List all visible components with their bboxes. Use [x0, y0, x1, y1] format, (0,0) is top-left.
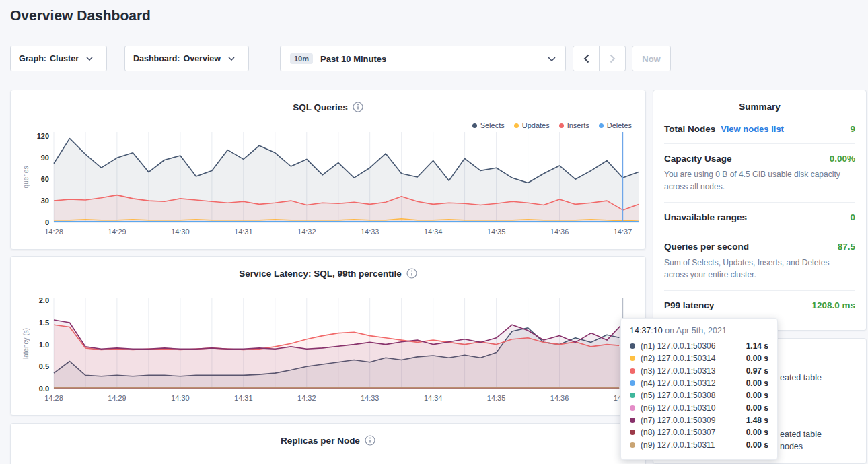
total-nodes-value: 9 — [850, 124, 855, 134]
svg-text:14:33: 14:33 — [361, 228, 379, 236]
tooltip-timestamp: 14:37:10 on Apr 5th, 2021 — [630, 326, 768, 335]
p99-latency-value: 1208.0 ms — [811, 300, 855, 310]
tooltip-row: (n9) 127.0.0.1:503110.00 s — [630, 438, 768, 451]
node-address: (n7) 127.0.0.1:50309 — [641, 416, 715, 425]
latency-value: 0.00 s — [746, 440, 768, 450]
svg-text:90: 90 — [41, 154, 49, 162]
svg-text:14:36: 14:36 — [550, 394, 569, 402]
time-range-badge: 10m — [290, 53, 313, 64]
view-nodes-list-link[interactable]: View nodes list — [721, 124, 784, 134]
chart-title: SQL Queries — [293, 102, 348, 112]
latency-value: 1.48 s — [746, 416, 768, 425]
dashboard-dropdown-label: Dashboard: — [133, 54, 180, 63]
summary-row-unavailable-ranges: Unavailable ranges 0 — [664, 202, 855, 232]
series-dot — [630, 368, 635, 374]
tooltip-date: on Apr 5th, 2021 — [663, 326, 727, 335]
svg-text:14:28: 14:28 — [44, 394, 63, 402]
event-text-fragment[interactable]: nodes — [780, 442, 803, 451]
chevron-left-icon — [583, 54, 589, 63]
tooltip-row: (n5) 127.0.0.1:503080.00 s — [630, 389, 768, 401]
tooltip-row: (n2) 127.0.0.1:503140.00 s — [630, 352, 768, 364]
summary-row-total-nodes: Total Nodes View nodes list 9 — [664, 114, 855, 143]
tooltip-row: (n7) 127.0.0.1:503091.48 s — [630, 414, 768, 426]
node-address: (n8) 127.0.0.1:50307 — [641, 428, 715, 437]
svg-text:14:34: 14:34 — [424, 394, 443, 402]
legend-dot — [472, 123, 477, 128]
svg-text:1.0: 1.0 — [39, 341, 49, 349]
svg-text:14:31: 14:31 — [234, 394, 253, 402]
series-dot — [630, 356, 635, 361]
unavailable-ranges-value: 0 — [850, 212, 855, 222]
svg-text:14:34: 14:34 — [424, 228, 443, 236]
qps-note: Sum of Selects, Updates, Inserts, and De… — [664, 257, 855, 281]
sql-queries-chart[interactable]: 030609012014:2814:2914:3014:3114:3214:33… — [22, 128, 644, 238]
chevron-down-icon — [548, 57, 556, 61]
capacity-note: You are using 0 B of 4.5 GiB usable disk… — [664, 168, 855, 193]
tooltip-row: (n8) 127.0.0.1:503070.00 s — [630, 426, 768, 438]
dashboard-dropdown[interactable]: Dashboard: Overview — [124, 46, 249, 71]
total-nodes-label: Total Nodes — [664, 124, 715, 134]
svg-text:60: 60 — [41, 175, 49, 183]
svg-text:queries: queries — [22, 166, 30, 189]
tooltip-row: (n4) 127.0.0.1:503120.00 s — [630, 377, 768, 389]
latency-value: 0.97 s — [746, 366, 768, 376]
svg-text:1.5: 1.5 — [39, 319, 49, 327]
svg-text:latency (s): latency (s) — [22, 328, 30, 359]
summary-panel: Summary Total Nodes View nodes list 9 Ca… — [653, 90, 867, 331]
event-text-fragment[interactable]: eated table — [780, 373, 822, 383]
capacity-value: 0.00% — [830, 154, 855, 164]
node-address: (n5) 127.0.0.1:50308 — [641, 391, 715, 400]
graph-dropdown-label: Graph: — [19, 54, 46, 63]
now-button[interactable]: Now — [632, 46, 671, 71]
series-dot — [630, 430, 635, 435]
latency-value: 0.00 s — [746, 378, 768, 388]
svg-text:0.0: 0.0 — [39, 385, 49, 393]
summary-row-qps: Queries per second 87.5 Sum of Selects, … — [664, 232, 855, 290]
legend-dot — [514, 123, 519, 128]
node-address: (n6) 127.0.0.1:50310 — [641, 403, 715, 413]
legend-dot — [599, 123, 604, 128]
time-range-label: Past 10 Minutes — [320, 54, 386, 64]
svg-text:14:35: 14:35 — [487, 228, 506, 236]
chart-title: Replicas per Node — [281, 436, 360, 446]
latency-value: 1.14 s — [746, 341, 768, 351]
time-range-picker[interactable]: 10m Past 10 Minutes — [280, 46, 566, 71]
svg-text:120: 120 — [37, 132, 49, 140]
info-icon[interactable] — [406, 268, 417, 279]
node-address: (n4) 127.0.0.1:50312 — [641, 378, 715, 388]
svg-text:14:35: 14:35 — [487, 394, 506, 402]
info-icon[interactable] — [365, 435, 375, 446]
svg-text:14:29: 14:29 — [108, 394, 126, 402]
chevron-down-icon — [86, 57, 93, 61]
time-next-button[interactable] — [599, 46, 626, 71]
qps-label: Queries per second — [664, 242, 749, 252]
svg-text:14:32: 14:32 — [297, 228, 316, 236]
tooltip-row: (n3) 127.0.0.1:503130.97 s — [630, 365, 768, 377]
event-text-fragment[interactable]: eated table — [780, 430, 822, 439]
latency-value: 0.00 s — [746, 391, 768, 400]
time-prev-button[interactable] — [573, 46, 600, 71]
info-icon[interactable] — [353, 102, 363, 112]
svg-text:14:30: 14:30 — [171, 228, 190, 236]
node-address: (n2) 127.0.0.1:50314 — [641, 354, 715, 363]
series-dot — [630, 393, 635, 398]
series-dot — [630, 380, 635, 386]
tooltip-rows: (n1) 127.0.0.1:503061.14 s(n2) 127.0.0.1… — [630, 340, 768, 451]
latency-chart[interactable]: 0.00.51.01.52.014:2814:2914:3014:3114:32… — [22, 294, 644, 405]
latency-value: 0.00 s — [746, 428, 768, 437]
node-address: (n1) 127.0.0.1:50306 — [641, 341, 715, 351]
graph-dropdown[interactable]: Graph: Cluster — [10, 46, 107, 71]
summary-row-p99: P99 latency 1208.0 ms — [664, 290, 855, 320]
series-dot — [630, 418, 635, 423]
svg-text:14:37: 14:37 — [614, 228, 632, 236]
svg-text:14:36: 14:36 — [550, 228, 569, 236]
graph-dropdown-value: Cluster — [50, 54, 79, 63]
svg-text:30: 30 — [41, 197, 49, 205]
qps-value: 87.5 — [838, 242, 855, 252]
page-title: Overview Dashboard — [10, 7, 151, 24]
sql-queries-chart-card: SQL Queries SelectsUpdatesInsertsDeletes… — [10, 90, 646, 250]
node-address: (n3) 127.0.0.1:50313 — [641, 366, 715, 376]
replicas-per-node-chart-card: Replicas per Node — [10, 423, 646, 464]
tooltip-time: 14:37:10 — [630, 326, 663, 335]
svg-text:14:32: 14:32 — [297, 394, 316, 402]
